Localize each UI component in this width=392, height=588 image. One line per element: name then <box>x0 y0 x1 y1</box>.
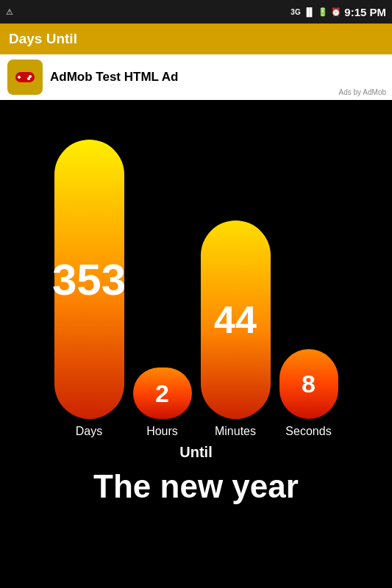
days-label: Days <box>76 425 102 438</box>
status-left-icons: ⚠ <box>6 7 13 17</box>
until-text: Until <box>179 444 212 461</box>
minutes-bar-wrapper: 44 <box>201 220 271 419</box>
chart-area: 353 Days 2 Hours 44 Minutes 8 <box>7 115 385 438</box>
hours-value: 2 <box>155 379 169 408</box>
alert-icon: ⚠ <box>6 7 13 17</box>
main-content: 353 Days 2 Hours 44 Minutes 8 <box>0 100 392 588</box>
3g-icon: 3G <box>291 8 300 16</box>
svg-point-4 <box>27 77 30 80</box>
minutes-value: 44 <box>214 298 257 342</box>
seconds-value: 8 <box>302 370 316 398</box>
battery-icon: 🔋 <box>318 7 328 17</box>
status-right-icons: 3G ▐▌ 🔋 ⏰ 9:15 PM <box>291 6 386 18</box>
seconds-bar-wrapper: 8 <box>279 349 338 419</box>
event-title: The new year <box>93 468 299 505</box>
status-time: 9:15 PM <box>344 6 386 18</box>
page-title: Days Until <box>9 31 77 47</box>
days-column: 353 Days <box>54 140 124 438</box>
status-bar: ⚠ 3G ▐▌ 🔋 ⏰ 9:15 PM <box>0 0 392 24</box>
seconds-column: 8 Seconds <box>279 349 338 438</box>
signal-icon: ▐▌ <box>304 7 316 16</box>
ad-credit: Ads by AdMob <box>339 88 386 96</box>
seconds-label: Seconds <box>285 425 331 438</box>
days-bar-wrapper: 353 <box>54 140 124 419</box>
ad-banner[interactable]: AdMob Test HTML Ad Ads by AdMob <box>0 54 392 100</box>
svg-rect-2 <box>18 76 21 78</box>
hours-bar-wrapper: 2 <box>133 368 192 419</box>
hours-label: Hours <box>146 425 178 438</box>
hours-column: 2 Hours <box>133 368 192 438</box>
minutes-column: 44 Minutes <box>201 220 271 438</box>
clock-icon: ⏰ <box>331 7 341 17</box>
minutes-label: Minutes <box>215 425 256 438</box>
title-bar: Days Until <box>0 24 392 54</box>
days-value: 353 <box>52 254 126 305</box>
ad-icon <box>7 60 43 95</box>
ad-title: AdMob Test HTML Ad <box>50 70 178 85</box>
